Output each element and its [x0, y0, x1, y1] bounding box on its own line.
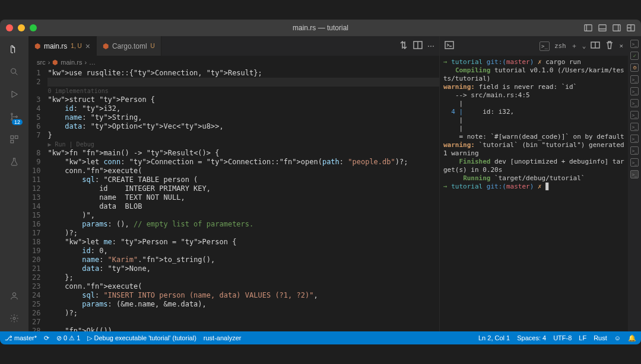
split-terminal-icon[interactable] — [591, 40, 600, 52]
titlebar: main.rs — tutorial — [0, 20, 641, 36]
problems-status[interactable]: ⊘ 0 ⚠ 1 — [56, 334, 80, 342]
activity-bar: 12 — [0, 36, 28, 331]
tab-modified: U — [151, 43, 155, 49]
new-terminal-icon[interactable]: ＋ — [571, 42, 577, 50]
line-number: 18 — [32, 238, 40, 247]
line-number: 3 — [32, 95, 40, 104]
chevron-down-icon[interactable]: ⌄ — [582, 42, 586, 50]
terminal-line: | — [443, 124, 624, 133]
feedback-icon[interactable]: ☺ — [614, 334, 621, 341]
code-line — [47, 78, 439, 87]
terminal-line: → tutorial git:(master) ✗ cargo run — [443, 58, 624, 66]
trash-icon[interactable] — [605, 40, 614, 52]
terminal-shell-label: zsh — [554, 42, 566, 50]
tab-cargo-toml[interactable]: ⬢ Cargo.toml U — [97, 36, 161, 56]
panel-bottom-icon[interactable] — [598, 24, 607, 32]
account-icon[interactable] — [6, 288, 23, 304]
terminal-side-icon[interactable]: >_ — [630, 170, 639, 178]
terminal-icon[interactable] — [445, 40, 454, 52]
language-status[interactable]: Rust — [594, 334, 607, 341]
terminal-line: Compiling tutorial v0.1.0 (/Users/karim/… — [443, 66, 624, 83]
more-actions-icon[interactable]: ⋯ — [427, 42, 434, 50]
code-line: conn."fn">execute( — [47, 282, 439, 291]
run-debug-icon[interactable] — [6, 86, 23, 103]
terminal-side-icon[interactable]: >_ — [630, 99, 639, 107]
editor-group: ⬢ main.rs 1, U × ⬢ Cargo.toml U ⋯ src › — [28, 36, 439, 331]
terminal-side-icon[interactable]: >_ — [630, 123, 639, 131]
debug-target-status[interactable]: ▷ Debug executable 'tutorial' (tutorial) — [87, 334, 196, 342]
terminal-line: = note: `#[warn(dead_code)]` on by defau… — [443, 133, 624, 141]
lsp-status[interactable]: rust-analyzer — [204, 334, 242, 341]
svg-point-11 — [11, 113, 13, 115]
panel-right-icon[interactable] — [613, 24, 621, 32]
encoding-status[interactable]: UTF-8 — [553, 334, 572, 341]
compare-icon[interactable] — [399, 40, 408, 52]
terminal-side-icon[interactable]: >_ — [630, 75, 639, 84]
terminal-output[interactable]: → tutorial git:(master) ✗ cargo run Comp… — [440, 56, 628, 331]
line-number: 24 — [32, 291, 40, 300]
window-controls — [6, 24, 37, 31]
window-title: main.rs — tutorial — [0, 24, 641, 32]
code-line: id INTEGER PRIMARY KEY, — [47, 184, 439, 193]
eol-status[interactable]: LF — [579, 334, 586, 341]
svg-rect-4 — [613, 25, 620, 31]
testing-icon[interactable] — [6, 154, 23, 170]
terminal-side-icon[interactable]: >_ — [630, 87, 639, 95]
tab-main-rs[interactable]: ⬢ main.rs 1, U × — [28, 36, 97, 56]
layout-icon[interactable] — [627, 24, 635, 32]
line-number: 26 — [32, 309, 40, 318]
terminal-side-icon[interactable]: >_ — [630, 146, 639, 155]
indent-status[interactable]: Spaces: 4 — [517, 334, 546, 341]
terminal-side-icon[interactable]: >_ — [630, 158, 639, 167]
line-number — [32, 140, 40, 149]
line-number: 21 — [32, 264, 40, 273]
terminal-line: --> src/main.rs:4:5 — [443, 91, 624, 100]
vscode-window: main.rs — tutorial 12 ⬢ — [0, 20, 641, 344]
split-editor-icon[interactable] — [413, 40, 423, 52]
extensions-icon[interactable] — [6, 131, 23, 148]
minimize-window-icon[interactable] — [18, 24, 25, 31]
terminal-side-icon[interactable]: ✓ — [630, 52, 639, 60]
code-line: "kw">let me: "ty">Person = "ty">Person { — [47, 238, 439, 247]
cursor-position-status[interactable]: Ln 2, Col 1 — [478, 334, 510, 341]
terminal-line: Running `target/debug/tutorial` — [443, 174, 624, 183]
line-number: 4 — [32, 104, 40, 113]
git-branch-status[interactable]: ⎇ master* — [5, 334, 37, 342]
line-number — [32, 87, 40, 95]
code-line: id: 0, — [47, 247, 439, 256]
terminal-side-icon[interactable]: >_ — [630, 135, 639, 143]
terminal-line: → tutorial git:(master) ✗ ▊ — [443, 183, 624, 191]
line-number: 27 — [32, 318, 40, 327]
close-window-icon[interactable] — [6, 24, 13, 31]
code-line: conn."fn">execute( — [47, 167, 439, 175]
code-line: name: "Karim"."fn">to_string(), — [47, 256, 439, 264]
line-number: 16 — [32, 220, 40, 229]
code-line: data: "ty">None, — [47, 264, 439, 273]
source-control-icon[interactable]: 12 — [6, 108, 23, 125]
close-panel-icon[interactable]: × — [619, 42, 623, 50]
code-editor[interactable]: 12 34567 8910111213141516171819202122232… — [28, 69, 439, 331]
code-line: "kw">struct "ty">Person { — [47, 95, 439, 104]
svg-rect-14 — [11, 136, 14, 139]
svg-rect-15 — [15, 136, 18, 139]
code-line: 0 implementations — [47, 87, 439, 95]
breadcrumb[interactable]: src › ⬢ main.rs › … — [28, 56, 439, 69]
search-icon[interactable] — [6, 63, 23, 80]
terminal-line: | — [443, 116, 624, 124]
terminal-line: warning: field is never read: `id` — [443, 83, 624, 91]
svg-point-17 — [12, 293, 15, 296]
terminal-side-icon[interactable]: >_ — [630, 111, 639, 119]
line-gutter: 12 34567 8910111213141516171819202122232… — [28, 69, 47, 331]
line-number: 23 — [32, 282, 40, 291]
maximize-window-icon[interactable] — [30, 24, 37, 31]
bell-icon[interactable]: 🔔 — [628, 334, 636, 342]
settings-gear-icon[interactable] — [6, 310, 23, 327]
terminal-shell-icon[interactable]: >_ — [540, 41, 550, 51]
line-number: 1 — [32, 69, 40, 78]
terminal-side-icon[interactable]: >_ — [630, 40, 639, 48]
terminal-side-icon[interactable]: ⚙ — [630, 63, 639, 72]
explorer-icon[interactable] — [6, 41, 23, 58]
sync-icon[interactable]: ⟳ — [44, 334, 49, 342]
panel-left-icon[interactable] — [584, 24, 592, 32]
close-tab-icon[interactable]: × — [85, 41, 90, 51]
